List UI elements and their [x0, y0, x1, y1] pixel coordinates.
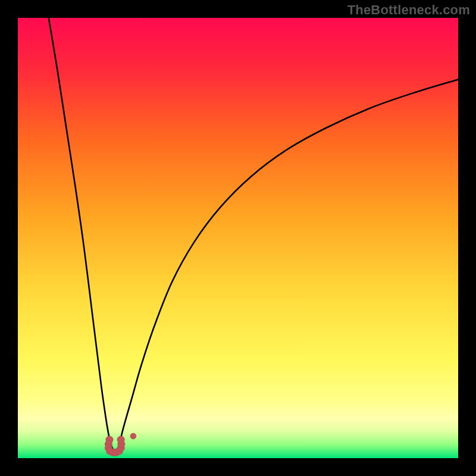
curve-layer: [18, 18, 458, 458]
curve-left-branch: [49, 18, 116, 454]
data-marker: [117, 436, 124, 443]
watermark-text: TheBottleneck.com: [347, 2, 470, 18]
curve-right-branch: [116, 80, 458, 454]
data-marker: [130, 433, 136, 439]
chart-frame: TheBottleneck.com: [0, 0, 476, 476]
plot-area: [18, 18, 458, 458]
marker-group: [105, 433, 136, 456]
